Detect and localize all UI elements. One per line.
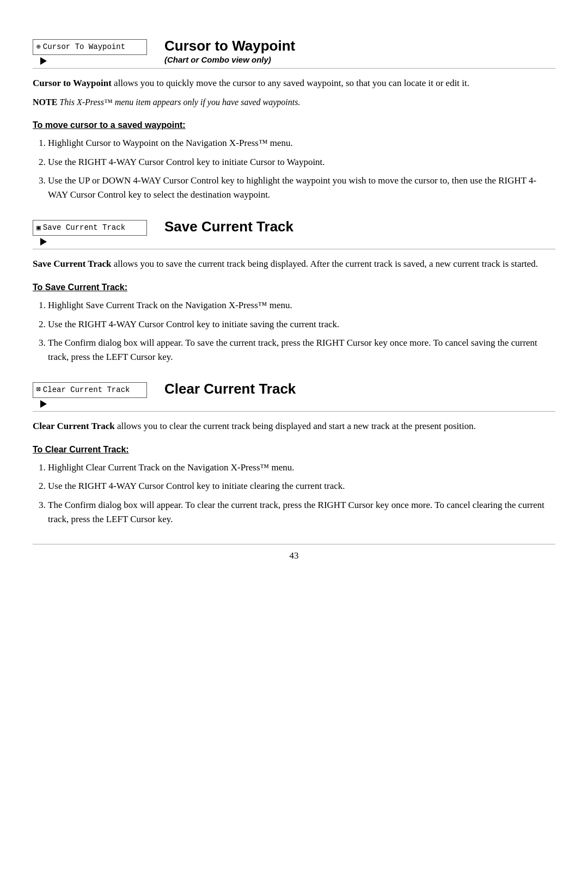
save-current-track-arrow-row xyxy=(33,236,47,246)
save-current-track-steps-0: Highlight Save Current Track on the Navi… xyxy=(48,298,555,364)
clear-current-track-header: ⊠Clear Current TrackClear Current Track xyxy=(33,381,555,412)
page-content: ⊕Cursor To WaypointCursor to Waypoint(Ch… xyxy=(33,38,555,526)
section-clear-current-track: ⊠Clear Current TrackClear Current TrackC… xyxy=(33,381,555,527)
save-current-track-body: Save Current Track allows you to save th… xyxy=(33,257,555,365)
cursor-to-waypoint-desc: Cursor to Waypoint allows you to quickly… xyxy=(33,76,555,90)
cursor-to-waypoint-menu-icon: ⊕ xyxy=(36,42,41,53)
save-current-track-desc: Save Current Track allows you to save th… xyxy=(33,257,555,271)
cursor-to-waypoint-menu-block: ⊕Cursor To Waypoint xyxy=(33,38,156,66)
save-current-track-menu-box: ▣Save Current Track xyxy=(33,220,147,236)
step-item: Highlight Clear Current Track on the Nav… xyxy=(48,461,555,475)
step-item: The Confirm dialog box will appear. To c… xyxy=(48,498,555,527)
step-item: Highlight Cursor to Waypoint on the Navi… xyxy=(48,136,555,150)
cursor-to-waypoint-menu-label: Cursor To Waypoint xyxy=(43,41,125,53)
cursor-to-waypoint-arrow-row xyxy=(33,55,47,65)
clear-current-track-body: Clear Current Track allows you to clear … xyxy=(33,419,555,527)
section-save-current-track: ▣Save Current TrackSave Current TrackSav… xyxy=(33,219,555,365)
step-item: Use the RIGHT 4-WAY Cursor Control key t… xyxy=(48,479,555,493)
save-current-track-menu-icon: ▣ xyxy=(36,223,41,234)
save-current-track-menu-label: Save Current Track xyxy=(43,222,125,234)
clear-current-track-subheading-0: To Clear Current Track: xyxy=(33,443,555,456)
cursor-to-waypoint-steps-0: Highlight Cursor to Waypoint on the Navi… xyxy=(48,136,555,202)
page-number: 43 xyxy=(33,544,555,563)
step-item: Use the RIGHT 4-WAY Cursor Control key t… xyxy=(48,155,555,169)
clear-current-track-menu-label: Clear Current Track xyxy=(43,384,130,396)
clear-current-track-title: Clear Current Track xyxy=(164,381,296,397)
clear-current-track-menu-icon: ⊠ xyxy=(36,384,41,395)
clear-current-track-title-block: Clear Current Track xyxy=(164,381,296,397)
step-item: Highlight Save Current Track on the Navi… xyxy=(48,298,555,313)
clear-current-track-menu-box: ⊠Clear Current Track xyxy=(33,382,147,398)
save-current-track-header: ▣Save Current TrackSave Current Track xyxy=(33,219,555,249)
save-current-track-subheading-0: To Save Current Track: xyxy=(33,281,555,294)
cursor-to-waypoint-note: NOTE This X-Press™ menu item appears onl… xyxy=(33,96,555,109)
save-current-track-title: Save Current Track xyxy=(164,219,293,235)
step-item: The Confirm dialog box will appear. To s… xyxy=(48,336,555,365)
step-item: Use the RIGHT 4-WAY Cursor Control key t… xyxy=(48,317,555,332)
step-item: Use the UP or DOWN 4-WAY Cursor Control … xyxy=(48,174,555,203)
cursor-to-waypoint-subtitle: (Chart or Combo view only) xyxy=(164,54,295,66)
section-cursor-to-waypoint: ⊕Cursor To WaypointCursor to Waypoint(Ch… xyxy=(33,38,555,203)
cursor-to-waypoint-body: Cursor to Waypoint allows you to quickly… xyxy=(33,76,555,203)
clear-current-track-menu-block: ⊠Clear Current Track xyxy=(33,381,156,409)
save-current-track-title-block: Save Current Track xyxy=(164,219,293,235)
cursor-to-waypoint-subheading-0: To move cursor to a saved waypoint: xyxy=(33,119,555,132)
clear-current-track-desc: Clear Current Track allows you to clear … xyxy=(33,419,555,433)
cursor-to-waypoint-title-block: Cursor to Waypoint(Chart or Combo view o… xyxy=(164,38,295,66)
cursor-to-waypoint-arrow-icon xyxy=(40,57,47,65)
clear-current-track-steps-0: Highlight Clear Current Track on the Nav… xyxy=(48,461,555,526)
save-current-track-menu-block: ▣Save Current Track xyxy=(33,219,156,247)
cursor-to-waypoint-title: Cursor to Waypoint xyxy=(164,38,295,54)
clear-current-track-arrow-row xyxy=(33,398,47,408)
cursor-to-waypoint-header: ⊕Cursor To WaypointCursor to Waypoint(Ch… xyxy=(33,38,555,69)
clear-current-track-arrow-icon xyxy=(40,400,47,408)
cursor-to-waypoint-menu-box: ⊕Cursor To Waypoint xyxy=(33,39,147,55)
save-current-track-arrow-icon xyxy=(40,238,47,246)
